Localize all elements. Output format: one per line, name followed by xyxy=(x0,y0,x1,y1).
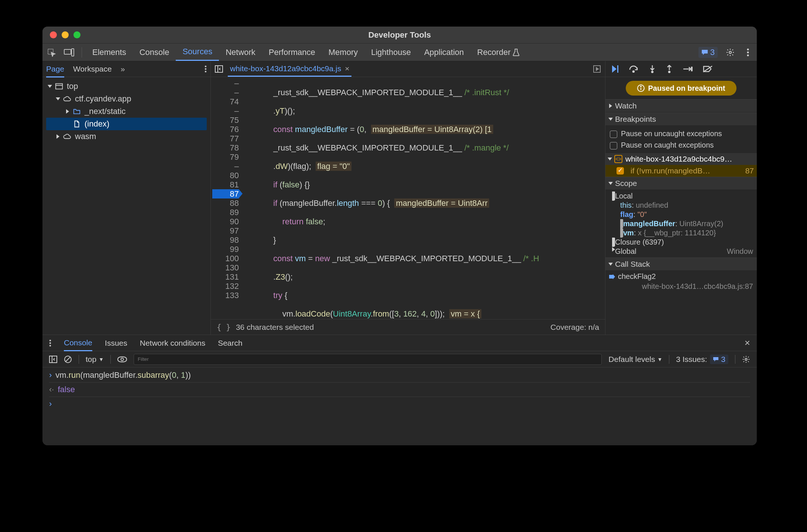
inspect-element-icon[interactable] xyxy=(45,46,58,59)
arrow-right-icon xyxy=(609,274,615,279)
nav-tab-workspace[interactable]: Workspace xyxy=(73,65,112,73)
scope-vm[interactable]: vm: x {__wbg_ptr: 1114120} xyxy=(609,228,753,238)
scope-flag[interactable]: flag: "0" xyxy=(609,210,753,219)
callstack-frame-loc: white-box-143d1…cbc4bc9a.js:87 xyxy=(605,282,757,293)
tree-wasm[interactable]: wasm xyxy=(46,130,207,143)
file-tab-name: white-box-143d12a9cbc4bc9a.js xyxy=(230,64,341,73)
issues-link[interactable]: 3 Issues: 3 xyxy=(676,355,728,364)
step-out-icon[interactable] xyxy=(666,65,673,73)
script-badge-icon: <> xyxy=(614,155,622,163)
svg-marker-16 xyxy=(612,65,617,73)
console-filter-input[interactable] xyxy=(134,354,602,365)
tree-folder[interactable]: _next/static xyxy=(46,105,207,118)
svg-rect-1 xyxy=(64,49,71,54)
devtools-window: Developer Tools Elements Console Sources… xyxy=(42,27,757,445)
nav-tab-overflow[interactable]: » xyxy=(121,65,125,73)
more-icon[interactable] xyxy=(741,46,755,59)
pause-uncaught-toggle[interactable]: Pause on uncaught exceptions xyxy=(610,128,752,139)
settings-icon[interactable] xyxy=(724,46,737,59)
breakpoint-marker[interactable]: 87 xyxy=(212,189,239,198)
drawer-tab-network-conditions[interactable]: Network conditions xyxy=(140,339,205,348)
scope-global[interactable]: GlobalWindow xyxy=(609,247,753,256)
result-icon: ‹· xyxy=(49,385,54,394)
tab-sources[interactable]: Sources xyxy=(176,44,219,61)
callstack-frame[interactable]: checkFlag2 xyxy=(605,271,757,282)
cloud-icon xyxy=(63,132,71,141)
pane-watch[interactable]: Watch xyxy=(605,99,757,113)
tab-network[interactable]: Network xyxy=(219,44,262,61)
scope-closure[interactable]: Closure (6397) xyxy=(609,238,753,247)
nav-tab-page[interactable]: Page xyxy=(46,65,64,77)
tab-console[interactable]: Console xyxy=(133,44,176,61)
close-icon[interactable]: × xyxy=(345,64,349,73)
editor-panel: white-box-143d12a9cbc4bc9a.js × ––74– 75… xyxy=(211,61,605,335)
tab-lighthouse[interactable]: Lighthouse xyxy=(364,44,418,61)
flask-icon xyxy=(513,49,519,56)
nav-more-icon[interactable] xyxy=(205,65,207,73)
console-sidebar-toggle-icon[interactable] xyxy=(49,356,57,363)
breakpoint-line[interactable]: if (!vm.run(mangledB… 87 xyxy=(605,165,757,177)
step-over-icon[interactable] xyxy=(629,65,639,73)
svg-point-37 xyxy=(121,358,124,360)
context-selector[interactable]: top ▼ xyxy=(86,355,104,364)
clear-console-icon[interactable] xyxy=(64,355,72,363)
tab-elements[interactable]: Elements xyxy=(86,44,133,61)
console-settings-icon[interactable] xyxy=(742,355,750,363)
deactivate-breakpoints-icon[interactable] xyxy=(703,65,712,73)
chevron-down-icon xyxy=(48,85,52,88)
gutter[interactable]: ––74– 75767778 79–8081 87 88899097 98991… xyxy=(211,77,243,319)
tab-application[interactable]: Application xyxy=(418,44,471,61)
scope-mangledbuffer[interactable]: mangledBuffer: Uint8Array(2) xyxy=(609,219,753,228)
pane-breakpoints[interactable]: Breakpoints xyxy=(605,113,757,126)
breakpoint-line-text: if (!vm.run(mangledB… xyxy=(631,166,742,175)
pane-scope[interactable]: Scope xyxy=(605,177,757,190)
toggle-navigator-icon[interactable] xyxy=(214,65,223,73)
tree-domain[interactable]: ctf.cyandev.app xyxy=(46,93,207,105)
chevron-down-icon xyxy=(612,191,615,201)
chevron-right-icon xyxy=(609,104,612,108)
close-drawer-icon[interactable]: × xyxy=(745,337,750,349)
chevron-right-icon xyxy=(612,238,615,247)
console-body[interactable]: ›vm.run(mangledBuffer.subarray(0, 1)) ‹·… xyxy=(42,367,757,445)
scope-local[interactable]: Local xyxy=(609,191,753,201)
folder-icon xyxy=(73,107,81,115)
file-tab-active[interactable]: white-box-143d12a9cbc4bc9a.js × xyxy=(228,61,351,77)
code-body[interactable]: _rust_sdk__WEBPACK_IMPORTED_MODULE_1__ /… xyxy=(243,77,605,319)
device-toolbar-icon[interactable] xyxy=(62,46,76,59)
tree-file-index[interactable]: (index) xyxy=(46,118,207,130)
levels-dropdown[interactable]: Default levels ▼ xyxy=(608,355,662,364)
tree-top[interactable]: top xyxy=(46,80,207,93)
step-into-icon[interactable] xyxy=(649,65,656,73)
tab-memory[interactable]: Memory xyxy=(322,44,364,61)
code-editor[interactable]: ––74– 75767778 79–8081 87 88899097 98991… xyxy=(211,77,605,319)
drawer-tab-console[interactable]: Console xyxy=(64,338,92,351)
drawer-more-icon[interactable] xyxy=(49,339,51,347)
chevron-right-icon xyxy=(66,109,69,114)
navigator-panel: Page Workspace » top ctf.cyandev.app xyxy=(42,61,211,335)
pretty-print-icon[interactable]: { } xyxy=(217,323,231,332)
prompt-icon: › xyxy=(49,399,52,408)
tree-top-label: top xyxy=(67,82,78,91)
step-icon[interactable] xyxy=(683,66,693,72)
pause-caught-toggle[interactable]: Pause on caught exceptions xyxy=(610,139,752,151)
tree-folder-label: _next/static xyxy=(85,107,126,116)
breakpoint-checkbox[interactable] xyxy=(617,167,624,175)
debugger-panel: Paused on breakpoint Watch Breakpoints P… xyxy=(605,61,757,335)
inline-value: flag = "0" xyxy=(316,162,351,171)
pane-callstack[interactable]: Call Stack xyxy=(605,258,757,271)
console-input[interactable]: › xyxy=(49,397,750,409)
live-expression-icon[interactable] xyxy=(117,356,127,363)
issues-badge[interactable]: 3 xyxy=(698,47,718,58)
scope-this: this: undefined xyxy=(609,201,753,210)
tab-performance[interactable]: Performance xyxy=(262,44,322,61)
breakpoint-file[interactable]: <> white-box-143d12a9cbc4bc9… xyxy=(605,153,757,165)
drawer-tab-issues[interactable]: Issues xyxy=(105,339,127,348)
drawer-tab-search[interactable]: Search xyxy=(218,339,243,348)
cloud-icon xyxy=(63,95,71,103)
chevron-right-icon xyxy=(56,134,59,139)
drawer-tabs: Console Issues Network conditions Search… xyxy=(42,335,757,351)
run-snippet-icon[interactable] xyxy=(593,65,601,73)
resume-icon[interactable] xyxy=(612,65,619,73)
tab-recorder[interactable]: Recorder xyxy=(471,44,526,61)
selection-status: 36 characters selected xyxy=(236,323,314,332)
